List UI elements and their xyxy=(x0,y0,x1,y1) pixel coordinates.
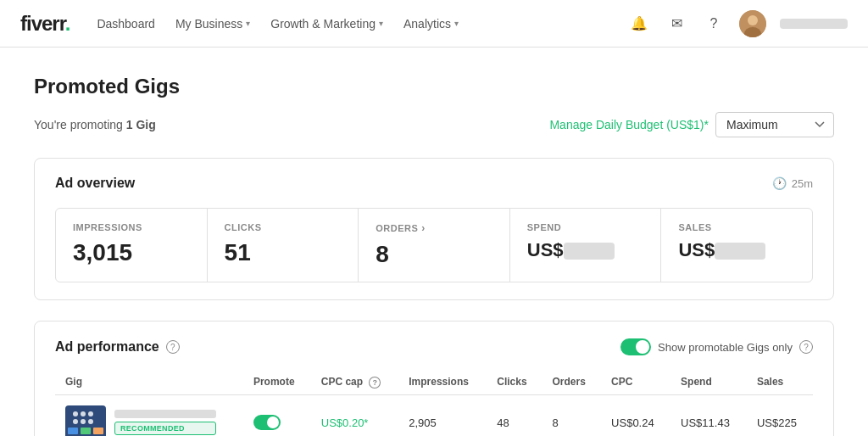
metric-clicks-label: CLICKS xyxy=(225,222,342,232)
ad-performance-title: Ad performance xyxy=(55,339,159,355)
subtitle-bar: You're promoting 1 Gig Manage Daily Budg… xyxy=(34,112,834,137)
row1-gig-thumbnail xyxy=(65,405,106,436)
row1-cpc-cap-cell: US$0.20* xyxy=(311,395,398,437)
ad-performance-card: Ad performance ? Show promotable Gigs on… xyxy=(34,321,834,436)
col-gig: Gig xyxy=(55,369,243,395)
card-header: Ad overview 🕐 25m xyxy=(55,176,813,191)
username xyxy=(780,19,848,29)
row1-promote-toggle[interactable] xyxy=(253,415,281,430)
nav-analytics[interactable]: Analytics ▾ xyxy=(403,17,459,31)
row1-impressions: 2,905 xyxy=(398,395,487,437)
chevron-down-icon: ▾ xyxy=(454,19,459,28)
col-spend: Spend xyxy=(670,369,747,395)
toggle-help-icon[interactable]: ? xyxy=(799,340,813,354)
col-promote: Promote xyxy=(243,369,311,395)
col-cpc-cap: CPC cap ? xyxy=(311,369,398,395)
metric-clicks: CLICKS 51 xyxy=(208,209,359,282)
rect-icon xyxy=(93,428,103,434)
rect-icon xyxy=(68,428,78,434)
nav-my-business[interactable]: My Business ▾ xyxy=(175,17,250,31)
rect-icon xyxy=(81,428,91,434)
metric-orders: ORDERS › 8 xyxy=(359,209,510,282)
toggle-area: Show promotable Gigs only ? xyxy=(620,338,813,355)
row1-cpc: US$0.24 xyxy=(601,395,670,437)
gig-rect-icons xyxy=(68,428,103,434)
navbar-actions: 🔔 ✉ ? xyxy=(627,10,848,37)
metric-sales-label: SALES xyxy=(678,222,795,232)
metric-orders-label: ORDERS › xyxy=(376,222,492,234)
row1-gig-info: RECOMMENDED xyxy=(114,410,216,435)
perf-header: Ad performance ? Show promotable Gigs on… xyxy=(55,338,813,355)
performance-table: Gig Promote CPC cap ? Impressions Clicks… xyxy=(55,369,813,436)
col-clicks: Clicks xyxy=(487,369,542,395)
row1-orders: 8 xyxy=(542,395,601,437)
page-title: Promoted Gigs xyxy=(34,75,834,98)
performance-help-icon[interactable]: ? xyxy=(166,340,180,354)
metric-spend: SPEND US$ xyxy=(510,209,662,282)
mail-icon[interactable]: ✉ xyxy=(665,12,688,36)
cpc-cap-help-icon[interactable]: ? xyxy=(369,376,381,388)
metric-impressions-value: 3,015 xyxy=(73,239,190,266)
toggle-knob xyxy=(636,340,649,354)
spend-redacted xyxy=(564,243,615,260)
metric-impressions: IMPRESSIONS 3,015 xyxy=(56,209,208,282)
subtitle-text: You're promoting 1 Gig xyxy=(34,118,156,131)
table-header-row: Gig Promote CPC cap ? Impressions Clicks… xyxy=(55,369,813,395)
metric-impressions-label: IMPRESSIONS xyxy=(73,222,190,232)
svg-point-1 xyxy=(748,15,758,25)
nav-items: Dashboard My Business ▾ Growth & Marketi… xyxy=(97,17,627,31)
navbar: fiverr. Dashboard My Business ▾ Growth &… xyxy=(0,0,868,48)
metric-spend-label: SPEND xyxy=(527,222,644,232)
row1-gig: RECOMMENDED xyxy=(65,405,233,436)
chevron-down-icon: ▾ xyxy=(246,19,250,28)
nav-growth-marketing[interactable]: Growth & Marketing ▾ xyxy=(270,17,383,31)
table-head: Gig Promote CPC cap ? Impressions Clicks… xyxy=(55,369,813,395)
table-body: RECOMMENDED US$0.20* 2,905 xyxy=(55,395,813,437)
col-sales: Sales xyxy=(747,369,813,395)
perf-title-area: Ad performance ? xyxy=(55,339,180,355)
toggle-knob xyxy=(267,416,279,428)
manage-budget-link[interactable]: Manage Daily Budget (US$1)* xyxy=(549,118,709,131)
row1-spend: US$11.43 xyxy=(670,395,747,437)
promotable-gigs-toggle[interactable] xyxy=(620,338,651,355)
clock-icon: 🕐 xyxy=(772,176,787,190)
budget-area: Manage Daily Budget (US$1)* Maximum xyxy=(549,112,834,137)
sales-redacted xyxy=(715,243,765,260)
nav-dashboard[interactable]: Dashboard xyxy=(97,17,155,31)
metric-clicks-value: 51 xyxy=(225,239,342,266)
toggle-label: Show promotable Gigs only xyxy=(658,341,793,354)
logo-dot: . xyxy=(65,12,70,35)
orders-arrow-icon: › xyxy=(421,222,426,234)
row1-cpc-cap-link[interactable]: US$0.20* xyxy=(321,416,369,429)
avatar[interactable] xyxy=(739,10,766,37)
gig-dots-icon xyxy=(73,411,98,424)
logo[interactable]: fiverr. xyxy=(20,12,70,36)
col-orders: Orders xyxy=(542,369,601,395)
row1-promote-cell xyxy=(243,395,311,437)
row1-recommended-badge: RECOMMENDED xyxy=(114,422,216,435)
help-icon[interactable]: ? xyxy=(702,12,726,36)
col-impressions: Impressions xyxy=(398,369,487,395)
metric-orders-value: 8 xyxy=(376,241,492,268)
main-content: Promoted Gigs You're promoting 1 Gig Man… xyxy=(0,48,868,436)
metric-spend-value: US$ xyxy=(527,239,644,261)
col-cpc: CPC xyxy=(601,369,670,395)
metrics-row: IMPRESSIONS 3,015 CLICKS 51 ORDERS › 8 S… xyxy=(55,208,813,282)
metric-sales: SALES US$ xyxy=(661,209,812,282)
table-row: RECOMMENDED US$0.20* 2,905 xyxy=(55,395,813,437)
ad-overview-title: Ad overview xyxy=(55,176,135,191)
row1-clicks: 48 xyxy=(487,395,542,437)
budget-select[interactable]: Maximum xyxy=(715,112,834,137)
chevron-down-icon: ▾ xyxy=(379,19,383,28)
ad-overview-card: Ad overview 🕐 25m IMPRESSIONS 3,015 CLIC… xyxy=(34,158,834,300)
time-badge: 🕐 25m xyxy=(772,176,813,190)
logo-text: fiverr xyxy=(20,12,65,35)
bell-icon[interactable]: 🔔 xyxy=(627,12,651,36)
row1-gig-cell: RECOMMENDED xyxy=(55,395,243,437)
row1-sales: US$225 xyxy=(747,395,813,437)
metric-sales-value: US$ xyxy=(678,239,795,261)
row1-gig-name xyxy=(114,410,216,418)
